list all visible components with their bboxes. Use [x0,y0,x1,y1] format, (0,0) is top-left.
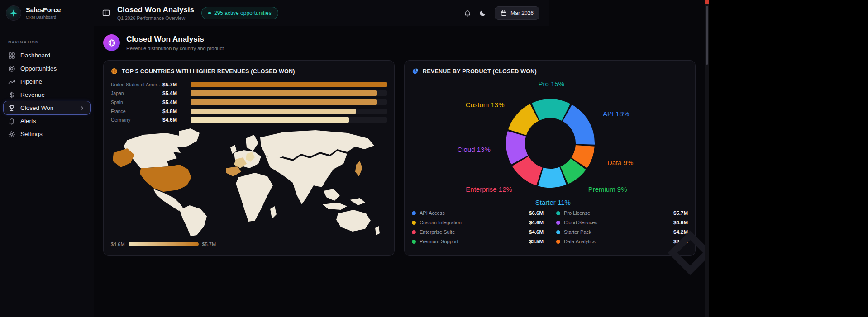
donut-label: API 18% [603,110,629,118]
product-donut: Pro 15%API 18%Data 9%Premium 9%Starter 1… [412,80,689,208]
country-bar-track [191,82,387,87]
date-picker-button[interactable]: Mar 2026 [495,6,539,20]
sidebar-item-alerts[interactable]: Alerts [4,114,90,128]
sidebar-item-label: Settings [20,131,43,137]
country-value: $5.4M [162,90,191,96]
sidebar-item-revenue[interactable]: Revenue [4,88,90,101]
map-new-zealand [375,226,380,235]
country-bar-fill [191,117,349,123]
map-spain [226,166,241,176]
scrollbar-thumb[interactable] [706,6,708,65]
sidebar-item-label: Revenue [20,91,45,98]
donut-label: Pro 15% [539,80,565,88]
page-subtitle: Revenue distribution by country and prod… [126,46,224,51]
dark-mode-moon-icon[interactable] [479,9,486,17]
sidebar-item-label: Alerts [20,118,36,124]
brand: SalesForce CRM Dashboard [0,0,94,26]
chevron-right-icon [78,104,86,112]
donut-slice-pro[interactable] [532,99,570,121]
opportunities-icon [8,65,15,72]
donut-label: Data 9% [607,159,634,166]
content: Closed Won Analysis Revenue distribution… [94,26,709,317]
map-scandinavia [246,135,258,151]
page-title: Closed Won Analysis [126,35,224,44]
sidebar-nav: DashboardOpportunitiesPipelineRevenueClo… [0,49,94,141]
donut-slice-custom[interactable] [508,104,539,135]
countries-card: TOP 5 COUNTRIES WITH HIGHER REVENUES (CL… [103,60,395,256]
country-bar-row[interactable]: France$4.8M [111,107,387,116]
badge-label: 295 active opportunities [214,10,272,16]
globe-icon [103,34,120,51]
globe-orange-icon [111,68,118,75]
sidebar-item-opportunities[interactable]: Opportunities [4,62,90,75]
legend-item: Data Analytics$3.2M [556,239,688,244]
country-bar-row[interactable]: United States of America$5.7M [111,80,387,89]
donut-label: Starter 11% [535,199,571,206]
country-bar-row[interactable]: Japan$5.4M [111,89,387,98]
sidebar-toggle-icon[interactable] [102,9,110,17]
legend-dot [412,211,416,215]
map-australia [336,210,371,232]
legend-item: Custom Integration$4.6M [412,220,544,225]
country-bar-track [191,99,387,105]
brand-name: SalesForce [26,7,61,14]
badge-dot [208,12,211,14]
donut-label: Cloud 13% [457,146,490,153]
sidebar-item-label: Dashboard [20,52,50,59]
vertical-scrollbar[interactable] [705,0,709,317]
legend-value: $4.6M [529,220,544,225]
settings-icon [8,131,15,138]
country-name: France [111,109,162,114]
legend-value: $3.2M [673,239,688,244]
legend-item: Cloud Services$4.6M [556,220,688,225]
map-japan [355,161,362,176]
topbar: Closed Won Analysis Q1 2026 Performance … [94,0,549,26]
legend-value: $4.6M [529,229,544,235]
legend-item: Pro License$5.7M [556,210,688,216]
sidebar-item-settings[interactable]: Settings [4,128,90,141]
legend-item: Starter Pack$4.2M [556,229,688,235]
sidebar-item-dashboard[interactable]: Dashboard [4,49,90,62]
legend-label: API Access [420,210,445,216]
donut-label: Custom 13% [466,101,505,109]
country-bars: United States of America$5.7MJapan$5.4MS… [111,80,387,124]
legend-label: Custom Integration [420,220,462,225]
legend-label: Starter Pack [564,229,591,235]
products-card: REVENUE BY PRODUCT (CLOSED WON) Pro 15%A… [404,60,696,256]
country-name: Germany [111,117,162,123]
donut-label: Premium 9% [588,185,627,193]
pipeline-icon [8,78,15,85]
legend-value: $5.7M [673,210,688,216]
pie-chart-icon [412,68,419,75]
legend-dot [556,221,560,225]
map-madagascar [270,206,277,219]
legend-dot [556,211,560,215]
date-picker-label: Mar 2026 [510,10,534,16]
app-window: SalesForce CRM Dashboard NAVIGATION Dash… [0,0,709,317]
donut-label: Enterprise 12% [466,185,512,193]
country-bar-track [191,109,387,114]
donut-slice-api[interactable] [563,104,595,144]
legend-value: $6.6M [529,210,544,216]
closed-won-icon [8,104,15,112]
legend-dot [412,230,416,234]
country-value: $4.6M [162,117,191,123]
country-bar-row[interactable]: Spain$5.4M [111,98,387,107]
topbar-subtitle: Q1 2026 Performance Overview [117,15,194,21]
sidebar-item-pipeline[interactable]: Pipeline [4,75,90,88]
country-bar-row[interactable]: Germany$4.6M [111,115,387,124]
map-africa [236,173,273,222]
country-name: Spain [111,99,162,105]
app-logo-icon [6,5,21,21]
sidebar-item-closed-won[interactable]: Closed Won [4,101,90,114]
map-south-america [180,205,207,236]
country-name: United States of America [111,82,162,87]
revenue-icon [8,91,15,99]
scrollbar-top-red-marker[interactable] [705,0,709,4]
topbar-title: Closed Won Analysis [117,5,194,14]
world-map[interactable] [111,127,388,237]
notifications-bell-icon[interactable] [464,9,471,17]
map-scale-bar [129,242,199,246]
legend-dot [412,240,416,244]
legend-label: Enterprise Suite [420,229,455,235]
